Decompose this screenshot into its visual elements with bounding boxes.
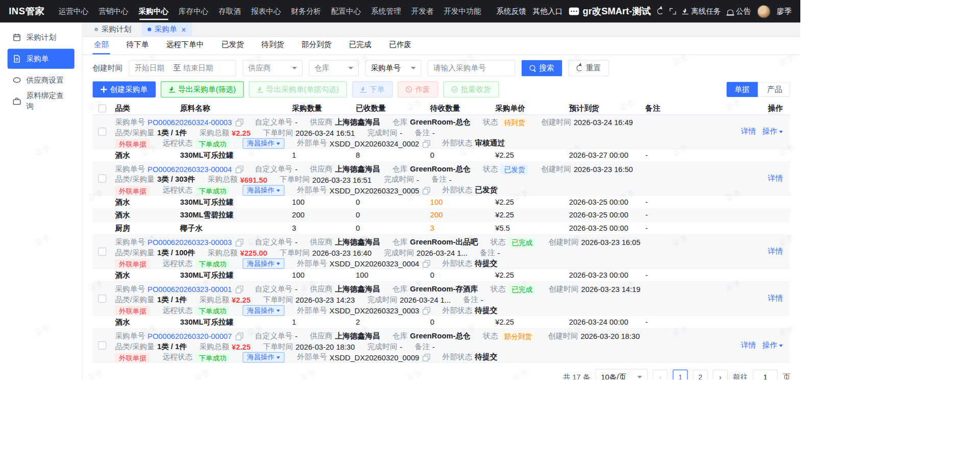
more-actions-link[interactable]: 操作 <box>762 340 782 351</box>
batch-receive-button[interactable]: 批量收货 <box>444 81 499 97</box>
copy-icon[interactable] <box>423 307 430 313</box>
offline-tasks-link[interactable]: 离线任务 <box>682 6 721 17</box>
page-button-2[interactable]: 2 <box>693 370 707 380</box>
status-tab-2[interactable]: 远程下单中 <box>165 37 205 54</box>
announcement-link[interactable]: 公告 <box>727 6 751 17</box>
select-all-checkbox[interactable] <box>98 105 106 113</box>
channel-action-button[interactable]: 海昌操作 <box>242 352 284 363</box>
username[interactable]: 廖季 <box>776 6 791 17</box>
sidebar-item-3[interactable]: 原料绑定查询 <box>8 91 75 111</box>
order-no-link[interactable]: PO000620260323-00003 <box>148 238 232 247</box>
row-checkbox[interactable] <box>98 295 106 303</box>
row-checkbox[interactable] <box>98 341 106 350</box>
detail-link[interactable]: 详情 <box>768 293 782 304</box>
prev-page-button[interactable]: ‹ <box>653 370 668 380</box>
nav-item-6[interactable]: 财务分析 <box>291 0 321 22</box>
fullscreen-icon[interactable] <box>670 8 676 14</box>
channel-action-button[interactable]: 海昌操作 <box>242 138 284 149</box>
row-checkbox[interactable] <box>98 248 106 256</box>
detail-link[interactable]: 详情 <box>768 173 782 184</box>
more-actions-link[interactable]: 操作 <box>762 126 782 137</box>
avatar[interactable] <box>757 5 770 18</box>
order-no-link[interactable]: PO000620260320-00007 <box>148 332 232 340</box>
detail-link[interactable]: 详情 <box>741 126 756 137</box>
column-header: 备注 <box>640 103 721 114</box>
page-numbers: 12 <box>673 370 708 380</box>
sidebar-item-0[interactable]: 采购计划 <box>8 28 75 47</box>
copy-icon[interactable] <box>236 119 242 126</box>
status-tab-3[interactable]: 已发货 <box>220 37 245 54</box>
system-feedback-link[interactable]: 系统反馈 <box>496 6 526 17</box>
nav-item-0[interactable]: 运营中心 <box>59 0 89 22</box>
order-no-link[interactable]: PO000620260323-00001 <box>148 285 232 293</box>
order-no-type-select[interactable]: 采购单号 <box>365 60 421 77</box>
copy-icon[interactable] <box>236 333 242 339</box>
export-filtered-button[interactable]: 导出采购单(筛选) <box>161 81 244 97</box>
reset-icon <box>576 65 582 71</box>
other-entry-link[interactable]: 其他入口 <box>532 6 562 17</box>
page-tab-1[interactable]: 采购单 × <box>142 22 192 36</box>
create-order-button[interactable]: 创建采购单 <box>92 81 156 97</box>
nav-item-9[interactable]: 开发者 <box>411 0 433 22</box>
supplier-select[interactable]: 供应商 <box>242 60 303 77</box>
purchase-qty: 100 <box>287 198 351 206</box>
view-product-button[interactable]: 产品 <box>760 82 790 96</box>
copy-icon[interactable] <box>423 187 430 193</box>
place-order-button[interactable]: 下单 <box>352 81 393 97</box>
row-checkbox[interactable] <box>98 128 106 136</box>
page-button-1[interactable]: 1 <box>673 370 688 380</box>
nav-item-5[interactable]: 报表中心 <box>251 0 281 22</box>
page-suffix: 页 <box>783 372 791 379</box>
export-selected-button[interactable]: 导出采购单(单据勾选) <box>249 81 347 97</box>
reset-button[interactable]: 重置 <box>569 60 609 77</box>
status-badge: 已发货 <box>501 164 529 175</box>
status-tab-4[interactable]: 待到货 <box>260 37 285 54</box>
detail-link[interactable]: 详情 <box>768 247 782 257</box>
search-button[interactable]: 搜索 <box>522 60 562 77</box>
status-tab-0[interactable]: 全部 <box>92 37 110 54</box>
copy-icon[interactable] <box>236 166 242 173</box>
nav-item-10[interactable]: 开发中功能 <box>444 0 481 22</box>
sidebar-item-2[interactable]: 供应商设置 <box>8 70 75 90</box>
nav-item-7[interactable]: 配置中心 <box>331 0 361 22</box>
copy-icon[interactable] <box>423 140 430 146</box>
detail-link[interactable]: 详情 <box>741 340 756 351</box>
nav-item-2[interactable]: 采购中心 <box>138 0 168 22</box>
status-tab-1[interactable]: 待下单 <box>125 37 150 54</box>
nav-item-3[interactable]: 库存中心 <box>179 0 209 22</box>
copy-icon[interactable] <box>236 286 242 292</box>
order-summary-row: 采购单号PO000620260323-00004 自定义单号- 供应商上海德鑫海… <box>92 162 790 195</box>
refresh-icon[interactable] <box>657 8 663 14</box>
page-size-select[interactable]: 10条/页 <box>595 369 648 380</box>
product-category: 酒水 <box>110 270 175 281</box>
channel-action-button[interactable]: 海昌操作 <box>242 305 284 316</box>
void-button[interactable]: 作废 <box>398 81 438 97</box>
sidebar-item-1[interactable]: 采购单 <box>8 49 75 69</box>
view-doc-button[interactable]: 单据 <box>726 82 757 96</box>
order-no-link[interactable]: PO000620260323-00004 <box>148 165 232 174</box>
status-tab-7[interactable]: 已作废 <box>388 37 413 54</box>
copy-icon[interactable] <box>236 239 242 246</box>
copy-icon[interactable] <box>423 260 430 267</box>
status-tab-6[interactable]: 已完成 <box>348 37 373 54</box>
end-date-input[interactable] <box>183 64 219 72</box>
goto-page-input[interactable] <box>753 370 778 380</box>
warehouse-select[interactable]: 仓库 <box>309 60 359 77</box>
start-date-input[interactable] <box>134 64 170 72</box>
nav-item-4[interactable]: 存取酒 <box>218 0 241 22</box>
status-tab-5[interactable]: 部分到货 <box>300 37 333 54</box>
next-page-button[interactable]: › <box>713 370 728 380</box>
order-no-input[interactable] <box>428 60 516 77</box>
copy-icon[interactable] <box>423 354 430 360</box>
date-range-picker[interactable]: 至 <box>129 60 236 77</box>
product-category: 酒水 <box>110 316 175 327</box>
page-tab-0[interactable]: 采购计划 <box>89 22 137 36</box>
channel-action-button[interactable]: 海昌操作 <box>242 258 284 269</box>
nav-item-1[interactable]: 营销中心 <box>99 0 129 22</box>
nav-item-8[interactable]: 系统管理 <box>371 0 401 22</box>
close-icon[interactable]: × <box>181 26 186 34</box>
order-no-link[interactable]: PO000620260324-00003 <box>148 118 232 127</box>
channel-action-button[interactable]: 海昌操作 <box>242 185 284 196</box>
row-checkbox[interactable] <box>98 175 106 183</box>
remote-status-badge: 下单成功 <box>195 352 230 362</box>
